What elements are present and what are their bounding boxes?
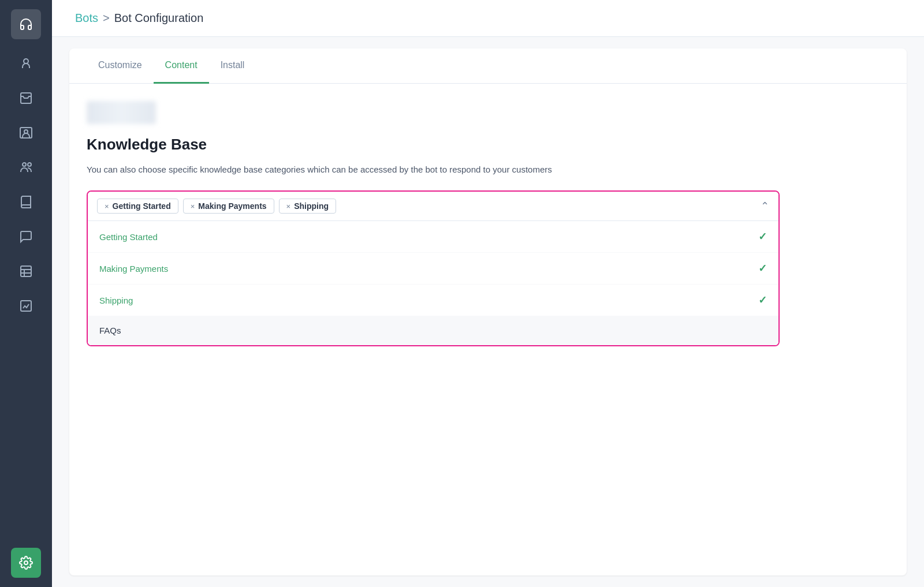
svg-point-4	[23, 163, 26, 166]
dropdown-list: Getting Started ✓ Making Payments ✓ Ship…	[88, 221, 778, 345]
svg-point-11	[24, 561, 28, 564]
chart-icon[interactable]	[11, 291, 41, 321]
dropdown-item-shipping[interactable]: Shipping ✓	[88, 285, 778, 316]
header: Bots > Bot Configuration	[52, 0, 924, 37]
headset-icon[interactable]	[11, 9, 41, 39]
contact-icon[interactable]	[11, 118, 41, 148]
inbox-icon[interactable]	[11, 83, 41, 113]
svg-rect-6	[21, 266, 31, 276]
chat-icon[interactable]	[11, 222, 41, 252]
check-icon-shipping: ✓	[758, 294, 767, 306]
dropdown-header[interactable]: × Getting Started × Making Payments × Sh…	[88, 192, 778, 221]
chevron-up-icon[interactable]: ⌃	[761, 200, 769, 212]
tabs-bar: Customize Content Install	[69, 48, 907, 84]
main-content: Bots > Bot Configuration Customize Conte…	[52, 0, 924, 587]
sidebar	[0, 0, 52, 587]
check-icon-making-payments: ✓	[758, 262, 767, 275]
tab-customize[interactable]: Customize	[87, 48, 154, 84]
tag-making-payments[interactable]: × Making Payments	[183, 199, 274, 214]
dropdown-item-getting-started[interactable]: Getting Started ✓	[88, 221, 778, 253]
settings-icon[interactable]	[11, 548, 41, 578]
team-icon[interactable]	[11, 152, 41, 182]
tab-install[interactable]: Install	[209, 48, 256, 84]
breadcrumb-separator: >	[103, 12, 110, 25]
content-card: Customize Content Install Knowledge Base…	[69, 48, 907, 575]
breadcrumb-current: Bot Configuration	[114, 12, 204, 25]
tag-shipping[interactable]: × Shipping	[279, 199, 336, 214]
tag-getting-started[interactable]: × Getting Started	[97, 199, 178, 214]
book-icon[interactable]	[11, 187, 41, 217]
dropdown-item-faqs[interactable]: FAQs	[88, 316, 778, 345]
breadcrumb-bots-link[interactable]: Bots	[75, 12, 98, 25]
tab-content[interactable]: Content	[154, 48, 209, 84]
user-circle-icon[interactable]	[11, 48, 41, 78]
svg-rect-10	[21, 301, 31, 311]
section-description: You can also choose specific knowledge b…	[87, 163, 606, 177]
blurred-image-placeholder	[87, 101, 156, 124]
svg-point-0	[24, 59, 28, 63]
check-icon-getting-started: ✓	[758, 230, 767, 243]
svg-point-5	[28, 163, 31, 166]
category-dropdown-container: × Getting Started × Making Payments × Sh…	[87, 190, 780, 346]
knowledge-base-section: Knowledge Base You can also choose speci…	[69, 84, 907, 364]
dropdown-item-making-payments[interactable]: Making Payments ✓	[88, 253, 778, 285]
section-title: Knowledge Base	[87, 136, 889, 154]
table-icon[interactable]	[11, 256, 41, 286]
